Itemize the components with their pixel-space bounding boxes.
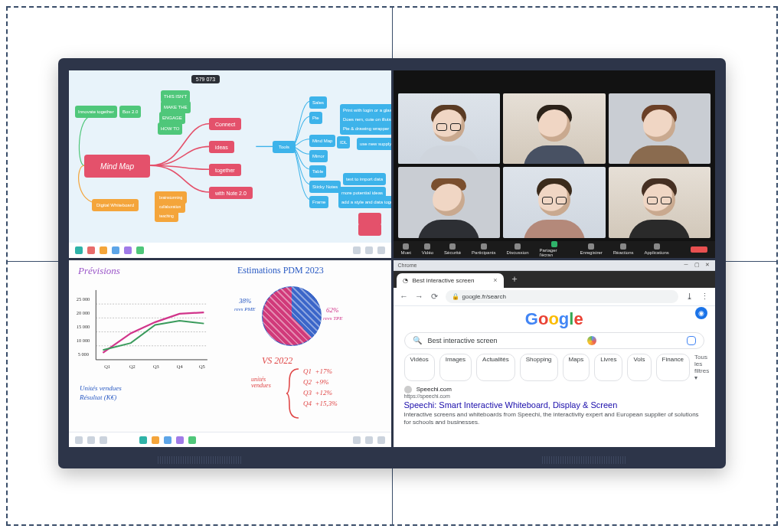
node-sales[interactable]: Sales (309, 96, 327, 109)
window-minimize-icon[interactable]: ─ (683, 262, 689, 268)
reactions-button[interactable]: Réactions (613, 243, 634, 255)
result-site: Speechi.com (416, 386, 452, 393)
green-left[interactable]: Innovate together (75, 106, 117, 118)
blue-desc-3[interactable]: IDL (337, 136, 350, 149)
interactive-display-device: 579 073 Mind Map Connect ideas to (58, 58, 726, 468)
node-mindmap2[interactable]: Mind Map (309, 135, 335, 147)
pane-whiteboard[interactable]: Prévisions Estimations PDM 2023 25 000 2… (69, 260, 391, 448)
chat-button[interactable]: Discussion (506, 243, 528, 255)
node-mirror[interactable]: Mirror (309, 150, 328, 162)
voice-search-icon[interactable] (587, 336, 596, 345)
wb-fill-icon[interactable] (188, 436, 196, 444)
tool-more-icon[interactable] (377, 246, 385, 254)
chip-books[interactable]: Livres (594, 354, 622, 381)
forward-button[interactable]: → (415, 292, 424, 301)
record-button[interactable]: Enregistrer (580, 243, 602, 255)
chip-shopping[interactable]: Shopping (520, 354, 558, 381)
participant-tile[interactable] (398, 93, 501, 164)
window-close-icon[interactable]: ✕ (704, 262, 710, 268)
wb-tool-icon[interactable] (87, 436, 95, 444)
pie-label-b-sub: revs TPE (323, 315, 343, 321)
node-table[interactable]: Table (309, 165, 326, 178)
account-avatar[interactable]: ◉ (695, 307, 707, 319)
chip-news[interactable]: Actualités (476, 354, 515, 381)
svg-text:10 000: 10 000 (77, 338, 90, 343)
participant-tile[interactable] (503, 167, 606, 237)
tab-close-icon[interactable]: × (493, 276, 497, 284)
window-maximize-icon[interactable]: ▢ (694, 262, 700, 268)
wb-pen-icon[interactable] (139, 436, 147, 444)
orange-3[interactable]: teaching (155, 210, 178, 222)
browser-tab[interactable]: ◔ Best interactive screen × (397, 273, 504, 288)
node-frame[interactable]: Frame (309, 196, 328, 208)
tool-undo-icon[interactable] (353, 246, 361, 254)
mute-button[interactable]: Muet (401, 243, 411, 255)
red-extra-2[interactable] (358, 224, 381, 236)
search-icon: 🔍 (413, 336, 422, 344)
google-search-input[interactable]: 🔍 Best interactive screen (404, 332, 705, 349)
green-3[interactable]: HOW TO (158, 122, 182, 135)
pane-videocall[interactable]: Muet Vidéo Sécurité Participants Discuss… (394, 70, 716, 258)
wb-zoom-icon[interactable] (353, 436, 361, 444)
tool-color-icon[interactable] (136, 246, 144, 254)
wb-page-icon[interactable] (365, 436, 373, 444)
participant-tile[interactable] (609, 93, 711, 164)
wb-erase-icon[interactable] (176, 436, 184, 444)
node-ideas[interactable]: ideas (209, 141, 234, 153)
apps-button[interactable]: Applications (644, 243, 668, 255)
chip-finance[interactable]: Finance (656, 354, 690, 381)
download-icon[interactable]: ⤓ (684, 292, 694, 301)
node-sticky[interactable]: Sticky Notes (309, 181, 341, 193)
blue-desc-4[interactable]: use new supply (357, 138, 391, 150)
wb-tool-icon[interactable] (100, 436, 107, 444)
chip-videos[interactable]: Vidéos (404, 354, 435, 381)
tool-shape-icon[interactable] (100, 246, 107, 254)
blue-desc-7[interactable]: add a style and data together (338, 196, 391, 208)
svg-text:15 000: 15 000 (77, 324, 90, 329)
mindmap-root-node[interactable]: Mind Map (84, 155, 150, 178)
search-result[interactable]: Speechi.com https://speechi.com Speechi:… (404, 386, 705, 428)
pane-mindmap[interactable]: 579 073 Mind Map Connect ideas to (69, 70, 391, 258)
node-connect[interactable]: Connect (209, 118, 241, 130)
tool-select-icon[interactable] (75, 246, 83, 254)
share-screen-button[interactable]: Partager l'écran (539, 241, 569, 257)
security-button[interactable]: Sécurité (444, 243, 461, 255)
participants-button[interactable]: Participants (472, 243, 495, 255)
wb-text-icon[interactable] (164, 436, 172, 444)
video-button[interactable]: Vidéo (422, 243, 433, 255)
back-button[interactable]: ← (400, 292, 409, 301)
node-note20[interactable]: with Note 2.0 (209, 187, 253, 199)
tool-pen-icon[interactable] (87, 246, 95, 254)
menu-icon[interactable]: ⋮ (700, 292, 709, 301)
participant-tile[interactable] (503, 93, 606, 164)
legend-units: Unités vendues (80, 384, 122, 392)
blue-desc-2[interactable]: Pie & drawing wrapper (340, 122, 391, 135)
result-title[interactable]: Speechi: Smart Interactive Whiteboard, D… (404, 400, 705, 410)
blue-desc-5[interactable]: text to import data (343, 173, 386, 185)
node-together[interactable]: together (209, 164, 241, 176)
wb-tool-icon[interactable] (75, 436, 83, 444)
leave-button[interactable] (691, 246, 707, 253)
brace-icon (286, 366, 302, 419)
tool-eraser-icon[interactable] (124, 246, 132, 254)
lens-search-icon[interactable] (687, 336, 696, 345)
chip-images[interactable]: Images (439, 354, 472, 381)
wb-shape-icon[interactable] (152, 436, 159, 444)
wb-more-icon[interactable] (377, 436, 385, 444)
tool-text-icon[interactable] (112, 246, 119, 254)
chip-flights[interactable]: Vols (627, 354, 651, 381)
chip-maps[interactable]: Maps (563, 354, 590, 381)
participant-tile[interactable] (609, 167, 711, 237)
node-pie[interactable]: Pie (309, 112, 322, 124)
node-tools[interactable]: Tools (273, 141, 296, 153)
svg-text:Q3: Q3 (153, 363, 159, 368)
green-box[interactable]: Box 2.0 (119, 106, 141, 118)
pane-chrome[interactable]: Chrome ─ ▢ ✕ ◔ Best interactive screen ×… (394, 260, 716, 448)
new-tab-button[interactable]: ＋ (510, 273, 519, 286)
chip-more[interactable]: Tous les filtres ▾ (694, 354, 709, 381)
tool-redo-icon[interactable] (365, 246, 373, 254)
participant-tile[interactable] (398, 167, 501, 237)
address-bar[interactable]: 🔒 google.fr/search (446, 290, 679, 303)
reload-button[interactable]: ⟳ (430, 292, 439, 301)
orange-root[interactable]: Digital Whiteboard (92, 199, 139, 211)
